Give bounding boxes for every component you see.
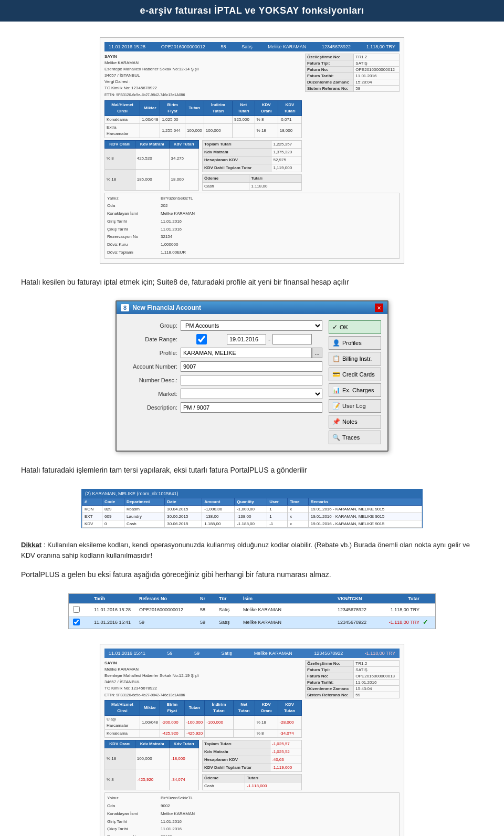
profile-dots-button[interactable]: ... [312, 348, 322, 358]
inv1-th-3: Tutarı [185, 100, 204, 116]
list-item[interactable]: 11.01.2016 15:28 OPE2016000000012 58 Sat… [69, 604, 435, 616]
inv1-row2-col6: % 18 [255, 123, 278, 138]
inv2-totals: Toplam Tutarı -1,025,57 Kdv Matrahı -1,0… [202, 740, 302, 790]
list-item[interactable]: 11.01.2016 15:41 59 59 Satış Melike KARA… [69, 616, 435, 629]
inv1-vkn: 12345678922 [322, 44, 351, 49]
dialog-close-button[interactable]: ✕ [375, 304, 383, 312]
inv1-yazar: Yalnız BirYüzonSekizTL Oda 202 Konaklaya… [104, 193, 400, 259]
page-header: e-arşiv faturası İPTAL ve YOKSAY fonksiy… [0, 0, 504, 22]
ex-charges-label: Ex. Charges [342, 387, 374, 393]
table-row: Hesaplanan KDV 52,975 [203, 156, 302, 164]
inv-list-row1-name: Melike KARAMAN [243, 607, 334, 612]
table-row: Kdv Matrahı -1,025,52 [203, 748, 302, 756]
inv-list-row2-name: Melike KARAMAN [243, 620, 334, 625]
inv2-sayin-name: Melike KARAMAN [104, 666, 302, 673]
table-row: Fatura Tipi: SATIŞ [306, 666, 400, 673]
inv2-payment: Ödeme Tutarı Cash -1.118,000 [202, 774, 302, 790]
description-input[interactable] [181, 402, 322, 413]
description-label: Description: [123, 404, 181, 411]
profile-input[interactable] [181, 348, 312, 358]
inv-list-row2-tur: Satış [219, 620, 240, 625]
col-header-ref: Referans No [139, 596, 197, 601]
col-header-date: Tarih [94, 596, 136, 601]
date-range-checkbox[interactable] [181, 334, 223, 344]
group-row: Group: PM Accounts [123, 320, 322, 331]
trans-table-title: (2) KARAMAN, MELIKE (room_nb:1015641) [82, 489, 422, 498]
invoice2-footer: KDV Oranı Kdv Matrahı Kdv Tutarı % 18 10… [104, 740, 302, 790]
table-row: Hesaplanan KDV -40,63 [203, 756, 302, 764]
inv1-nr: 58 [220, 44, 226, 49]
table-row: Cash -1.118,000 [203, 782, 302, 790]
inv2-address: Esentepe Mahallesi Haberler Sokak No:12-… [104, 673, 302, 679]
table-row: Extra Harcamalar 1,255.644 100,000 100,0… [105, 123, 302, 138]
dialog-buttons: ✓ OK 👤 Profiles 📋 Billing Instr. 💳 Credi… [329, 320, 381, 444]
traces-button[interactable]: 🔍 Traces [329, 431, 381, 444]
ok-button[interactable]: ✓ OK [329, 320, 381, 334]
inv1-row1-col4 [204, 116, 232, 123]
market-select[interactable] [181, 389, 322, 399]
billing-icon: 📋 [332, 355, 340, 362]
th-user: User [267, 498, 288, 505]
dikkat-text: : Kullanılan eksileme kodları, kendi ope… [21, 541, 470, 560]
inv-list-row1-vkn: 12345678922 [338, 607, 380, 612]
billing-instr-button[interactable]: 📋 Billing Instr. [329, 352, 381, 365]
transaction-table: # Code Department Date Amount Quantity U… [82, 498, 422, 528]
invoice-list: Tarih Referans No Nr Tür İsim VKN/TCKN T… [68, 593, 436, 629]
inv1-th-2: Birim Fiyat [160, 100, 185, 116]
inv1-ettn: ETTN: 9FB3120-6c5e-4b27-9842-746c13e1A08… [104, 92, 302, 98]
dikkat-section: Dikkat : Kullanılan eksileme kodları, ke… [21, 540, 483, 562]
table-row: Düzenlenme Zamanı: 15:43:04 [306, 685, 400, 692]
table-row: Özelleştirme No: TR1.2 [306, 54, 400, 60]
credit-cards-button[interactable]: 💳 Credit Cards [329, 368, 381, 381]
number-desc-input[interactable] [181, 375, 322, 385]
traces-label: Traces [342, 434, 360, 441]
new-financial-account-dialog[interactable]: 8 New Financial Account ✕ Group: PM Acco… [116, 300, 388, 452]
yazar-oda-label: Oda [107, 203, 160, 210]
th-nr: # [82, 498, 102, 505]
table-row: KDV 0 Cash 30.06.2015 1.188,00 -1.188,00… [82, 520, 422, 527]
inv1-row2-col3: 100,000 [185, 123, 204, 138]
table-row: Ödeme Tutarı [203, 174, 302, 182]
inv2-name: Melike KARAMAN [254, 651, 292, 656]
table-row: KON 829 Kbasm 30.04.2015 -1,000,00 -1,00… [82, 505, 422, 513]
ex-charges-button[interactable]: 📊 Ex. Charges [329, 383, 381, 397]
profile-row: Profile: ... [123, 348, 322, 358]
account-number-input[interactable] [181, 361, 322, 372]
invoice-row1-checkbox[interactable] [73, 606, 80, 613]
date-range-to[interactable] [272, 334, 312, 344]
table-row: Fatura Tarihi: 11.01.2016 [306, 73, 400, 79]
ex-charges-icon: 📊 [332, 386, 340, 394]
inv1-row1-col5: 925,000 [233, 116, 255, 123]
invoice2-right: Özelleştirme No: TR1.2 Fatura Tipi: SATI… [305, 660, 400, 791]
col-header-tur: Tür [219, 596, 240, 601]
inv1-row2-col0: Extra Harcamalar [105, 123, 140, 138]
profile-input-group: ... [181, 348, 322, 358]
th-remarks: Remarks [308, 498, 422, 505]
ok-icon: ✓ [332, 323, 338, 331]
date-range-from[interactable] [227, 334, 266, 344]
yazar-cikis-val: 11.01.2016 [161, 226, 397, 233]
inv-list-row1-ref: OPE2016000000012 [139, 607, 197, 612]
notes-button[interactable]: 📌 Notes [329, 415, 381, 429]
inv-list-row2-check: ✓ [423, 619, 431, 626]
inv2-city: 34657 / İSTANBUL [104, 679, 302, 685]
yazar-giris-label: Giriş Tarihi [107, 218, 160, 225]
user-log-button[interactable]: 📝 User Log [329, 399, 381, 413]
profiles-button[interactable]: 👤 Profiles [329, 336, 381, 350]
group-select[interactable]: PM Accounts [181, 320, 322, 331]
invoice1-body: SAYIN Melike KARAMAN Esentepe Mahallesi … [104, 54, 400, 191]
th-quantity: Quantity [235, 498, 267, 505]
invoice1: 11.01.2016 15:28 OPE2016000000012 58 Sat… [100, 37, 404, 264]
credit-cards-icon: 💳 [332, 371, 340, 378]
th-code: Code [102, 498, 124, 505]
inv2-yazar: YalnızBirYüzonSekizTL Oda9002 Konaklayan… [104, 792, 400, 836]
yazar-konaklayan-label: Konaklayan İsmi [107, 211, 160, 217]
table-row: Konaklama 1,00/048 1,025.00 925,000 % 8 … [105, 116, 302, 123]
inv1-sayin: SAYIN [104, 54, 302, 60]
inv1-row2-col5 [233, 123, 255, 138]
invoice-row2-checkbox[interactable] [73, 619, 80, 625]
table-row: Fatura Tarihi: 11.01.2016 [306, 679, 400, 685]
inv1-vergi: Vergi Dairesi : [104, 79, 302, 85]
table-row: % 18 100,000 -18,000 [105, 748, 199, 769]
paragraph3: PortalPLUS a gelen bu eksi fatura aşağıd… [21, 569, 483, 580]
